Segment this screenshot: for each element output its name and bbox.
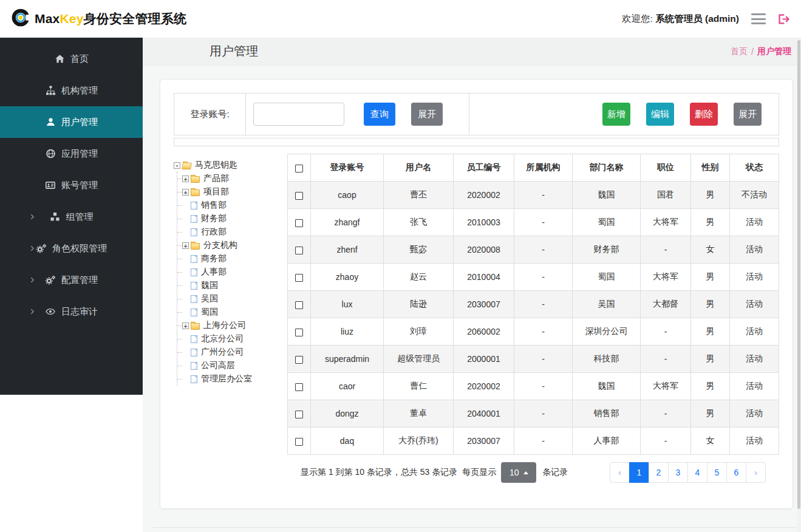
row-checkbox[interactable]: [295, 329, 303, 336]
table-row[interactable]: zhangf张飞2010003-蜀国大将军男活动: [288, 209, 779, 236]
tree-toggle[interactable]: -: [174, 162, 180, 169]
pagination-page-1[interactable]: 1: [629, 462, 649, 483]
file-icon: [191, 255, 197, 263]
tree-node[interactable]: +产品部: [177, 172, 287, 185]
tree-node[interactable]: 管理层办公室: [177, 372, 287, 386]
row-checkbox[interactable]: [295, 247, 303, 254]
table-row[interactable]: caor曹仁2020002-魏国大将军男活动: [288, 373, 779, 400]
pagination-next[interactable]: ›: [746, 462, 766, 483]
chevron-right-icon: [28, 244, 36, 253]
globe-icon: [45, 149, 56, 159]
tree-node-root[interactable]: - 马克思钥匙: [174, 159, 287, 172]
tree-node[interactable]: 北京分公司: [177, 332, 287, 346]
sidebar-item-accounts[interactable]: 账号管理: [0, 169, 143, 201]
gears-icon: [36, 244, 47, 254]
sidebar-item-home[interactable]: 首页: [0, 43, 143, 75]
tree-node[interactable]: 魏国: [177, 279, 287, 292]
pagination-prev[interactable]: ‹: [610, 462, 630, 483]
delete-button[interactable]: 删除: [690, 103, 718, 126]
tree-node[interactable]: 财务部: [177, 212, 287, 225]
table-row[interactable]: zhenf甄宓2020008-财务部-女活动: [288, 236, 779, 264]
tree-node[interactable]: 蜀国: [177, 305, 287, 319]
tree-node[interactable]: 吴国: [177, 292, 287, 305]
sidebar-item-config[interactable]: 配置管理: [0, 264, 143, 296]
tree-node[interactable]: 人事部: [177, 265, 287, 279]
login-account-input[interactable]: [253, 103, 344, 126]
column-header: 员工编号: [454, 154, 514, 182]
tree-toggle[interactable]: +: [182, 176, 189, 182]
pagination-pages: ‹ 1 2 3 4 5 6 ›: [610, 462, 766, 483]
sidebar: 首页 机构管理 用户管理: [0, 38, 143, 532]
column-header: 登录账号: [311, 154, 384, 182]
table-row[interactable]: lux陆逊2030007-吴国大都督男活动: [288, 291, 779, 318]
folder-icon: [191, 176, 200, 183]
scrollbar[interactable]: [797, 38, 801, 532]
add-button[interactable]: 新增: [602, 103, 630, 126]
tree-node[interactable]: 广州分公司: [177, 346, 287, 359]
breadcrumb-home-link[interactable]: 首页: [731, 46, 748, 57]
sidebar-item-users[interactable]: 用户管理: [0, 106, 143, 138]
chevron-right-icon: [28, 213, 36, 221]
table-row[interactable]: superadmin超级管理员2000001-科技部-男活动: [288, 346, 779, 373]
page-size-select[interactable]: 10: [501, 462, 536, 483]
tree-toggle[interactable]: +: [182, 322, 189, 329]
row-checkbox[interactable]: [295, 192, 303, 200]
row-checkbox[interactable]: [295, 301, 303, 309]
top-header: MaxKey身份安全管理系统 欢迎您: 系统管理员 (admin): [0, 0, 801, 38]
tree-node[interactable]: 商务部: [177, 252, 287, 265]
table-row[interactable]: dongz董卓2040001-销售部-男活动: [288, 400, 779, 428]
row-checkbox[interactable]: [295, 274, 303, 282]
table-row[interactable]: daq大乔(乔玮)2030007-人事部-女活动: [288, 428, 779, 455]
tree-toggle[interactable]: +: [182, 189, 189, 196]
tree-node[interactable]: 销售部: [177, 199, 287, 212]
tree-toggle[interactable]: +: [182, 242, 189, 249]
welcome-text: 欢迎您: 系统管理员 (admin): [622, 13, 739, 26]
home-icon: [54, 54, 65, 64]
tree-node[interactable]: +分支机构: [177, 239, 287, 252]
pagination-page-5[interactable]: 5: [707, 462, 727, 483]
select-all-checkbox[interactable]: [295, 165, 303, 172]
app-title: MaxKey身份安全管理系统: [35, 10, 186, 27]
caret-up-icon: [523, 471, 528, 474]
tree-node[interactable]: +上海分公司: [177, 319, 287, 332]
tree-node[interactable]: +项目部: [177, 185, 287, 199]
sidebar-item-apps[interactable]: 应用管理: [0, 138, 143, 169]
pagination-bar: 显示第 1 到第 10 条记录，总共 53 条记录 每页显示 10 条记录 ‹ …: [301, 462, 766, 483]
row-checkbox[interactable]: [295, 219, 303, 227]
row-checkbox[interactable]: [295, 411, 303, 418]
tree-node[interactable]: 行政部: [177, 225, 287, 239]
row-checkbox[interactable]: [295, 383, 303, 391]
tree-node[interactable]: 公司高层: [177, 359, 287, 372]
pagination-page-2[interactable]: 2: [649, 462, 669, 483]
search-expand-button[interactable]: 展开: [411, 103, 443, 126]
sidebar-item-audit[interactable]: 日志审计: [0, 296, 143, 327]
pagination-page-3[interactable]: 3: [668, 462, 688, 483]
sidebar-item-org[interactable]: 机构管理: [0, 75, 143, 106]
file-icon: [191, 335, 197, 343]
edit-button[interactable]: 编辑: [646, 103, 674, 126]
sidebar-item-roles[interactable]: 角色权限管理: [0, 233, 143, 264]
column-header: 用户名: [384, 154, 454, 182]
maxkey-logo-icon: [11, 7, 32, 30]
folder-icon: [191, 189, 200, 196]
pagination-page-6[interactable]: 6: [726, 462, 746, 483]
file-icon: [191, 309, 197, 316]
pagination-page-4[interactable]: 4: [687, 462, 707, 483]
chevron-right-icon: [28, 307, 36, 316]
logout-icon[interactable]: [778, 14, 790, 24]
table-row[interactable]: liuz刘璋2060002-深圳分公司-男活动: [288, 318, 779, 346]
column-header: 状态: [730, 154, 779, 182]
sidebar-item-groups[interactable]: 组管理: [0, 201, 143, 233]
row-checkbox[interactable]: [295, 356, 303, 364]
query-button[interactable]: 查询: [364, 103, 395, 126]
column-header: 性别: [691, 154, 730, 182]
page-title: 用户管理: [210, 43, 258, 60]
menu-toggle-icon[interactable]: [751, 13, 766, 24]
main-content: 用户管理 首页 / 用户管理 登录账号: 查询 展开 新增 编辑 删除: [143, 38, 801, 532]
scrollbar-thumb[interactable]: [797, 40, 800, 509]
toolbar-expand-button[interactable]: 展开: [734, 103, 762, 126]
sidebar-item-label: 日志审计: [61, 306, 98, 318]
table-row[interactable]: caop曹丕2020002-魏国国君男不活动: [288, 182, 779, 209]
row-checkbox[interactable]: [295, 438, 303, 446]
table-row[interactable]: zhaoy赵云2010004-蜀国大将军男活动: [288, 264, 779, 291]
